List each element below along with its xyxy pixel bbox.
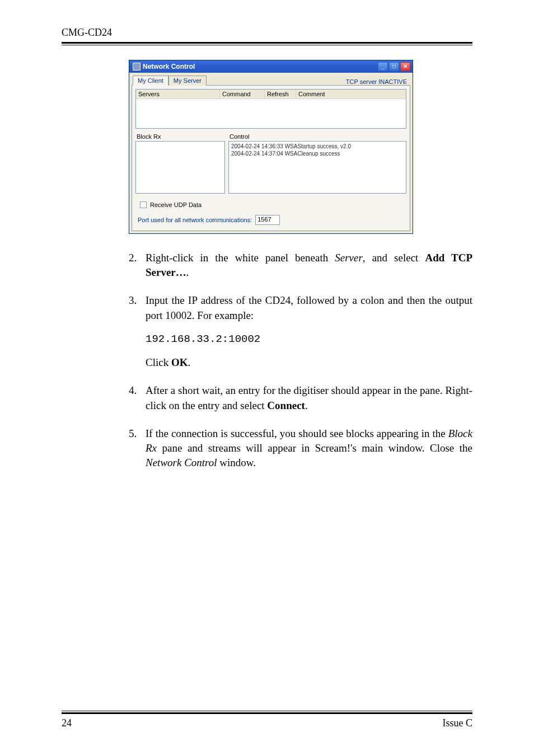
titlebar: Network Control _ □ ✕ xyxy=(129,60,413,73)
footer-rule-thin xyxy=(62,711,472,711)
control-label: Control xyxy=(228,132,406,141)
control-log-line: 2004-02-24 14:37:04 WSACleanup success xyxy=(231,151,404,158)
page-header: CMG-CD24 xyxy=(62,27,472,39)
step-text: Click xyxy=(146,356,171,368)
port-input[interactable]: 1567 xyxy=(255,215,280,225)
window-title: Network Control xyxy=(143,63,195,71)
step-number: 2. xyxy=(129,251,146,280)
step-text: Input the IP address of the CD24, follow… xyxy=(146,294,472,321)
receive-udp-label: Receive UDP Data xyxy=(150,201,202,208)
block-rx-panel[interactable] xyxy=(135,141,225,194)
step-bold: OK xyxy=(171,356,188,368)
page-footer: 24 Issue C xyxy=(62,711,472,729)
step-text: , and select xyxy=(363,252,425,264)
maximize-button[interactable]: □ xyxy=(389,62,399,71)
col-command: Command xyxy=(220,90,265,98)
step-text: . xyxy=(186,266,189,278)
tcp-status-label: TCP server INACTIVE xyxy=(346,78,409,85)
control-log-panel: 2004-02-24 14:36:33 WSAStartup success, … xyxy=(228,141,406,194)
port-label: Port used for all network communications… xyxy=(138,217,252,223)
header-rule-thick xyxy=(62,42,472,44)
receive-udp-row: Receive UDP Data xyxy=(133,196,409,213)
step-italic: Network Control xyxy=(146,457,217,468)
minimize-button[interactable]: _ xyxy=(378,62,388,71)
screenshot-figure: Network Control _ □ ✕ My Client My Serve… xyxy=(129,60,472,234)
step-number: 4. xyxy=(129,383,146,412)
servers-panel[interactable] xyxy=(136,99,406,128)
header-rule-thin xyxy=(62,45,472,45)
code-example: 192.168.33.2:10002 xyxy=(146,332,472,346)
step-italic: Server xyxy=(335,252,363,264)
step-text: Right-click in the white panel beneath xyxy=(146,252,335,264)
page-number: 24 xyxy=(62,717,72,729)
step-5: 5. If the connection is successful, you … xyxy=(129,426,472,471)
step-4: 4. After a short wait, an entry for the … xyxy=(129,383,472,412)
step-text: After a short wait, an entry for the dig… xyxy=(146,384,472,411)
receive-udp-checkbox[interactable] xyxy=(140,201,147,208)
window-buttons: _ □ ✕ xyxy=(378,62,410,71)
col-comment: Comment xyxy=(296,90,406,98)
instruction-list: 2. Right-click in the white panel beneat… xyxy=(129,251,472,470)
step-text: window. xyxy=(217,457,256,468)
servers-header-row: Servers Command Refresh Comment xyxy=(136,90,406,99)
step-text: . xyxy=(305,400,308,411)
step-text: If the connection is successful, you sho… xyxy=(146,428,448,439)
step-bold: Connect xyxy=(267,400,305,411)
footer-rule-thick xyxy=(62,712,472,714)
col-servers: Servers xyxy=(136,90,220,98)
step-number: 3. xyxy=(129,293,146,370)
tab-body: Servers Command Refresh Comment Block Rx… xyxy=(132,85,410,231)
tab-my-client[interactable]: My Client xyxy=(133,76,168,86)
close-button[interactable]: ✕ xyxy=(400,62,410,71)
step-number: 5. xyxy=(129,426,146,471)
step-text: . xyxy=(188,356,190,368)
tab-my-server[interactable]: My Server xyxy=(168,76,207,86)
col-refresh: Refresh xyxy=(265,90,296,98)
app-icon xyxy=(133,63,140,71)
tab-area: My Client My Server TCP server INACTIVE xyxy=(129,73,413,85)
control-log-line: 2004-02-24 14:36:33 WSAStartup success, … xyxy=(231,143,404,151)
issue-label: Issue C xyxy=(443,717,473,729)
app-window: Network Control _ □ ✕ My Client My Serve… xyxy=(129,60,413,234)
step-text: pane and streams will appear in Scream!'… xyxy=(157,442,472,454)
step-3: 3. Input the IP address of the CD24, fol… xyxy=(129,293,472,370)
port-row: Port used for all network communications… xyxy=(133,213,409,229)
step-2: 2. Right-click in the white panel beneat… xyxy=(129,251,472,280)
block-rx-label: Block Rx xyxy=(135,132,225,141)
